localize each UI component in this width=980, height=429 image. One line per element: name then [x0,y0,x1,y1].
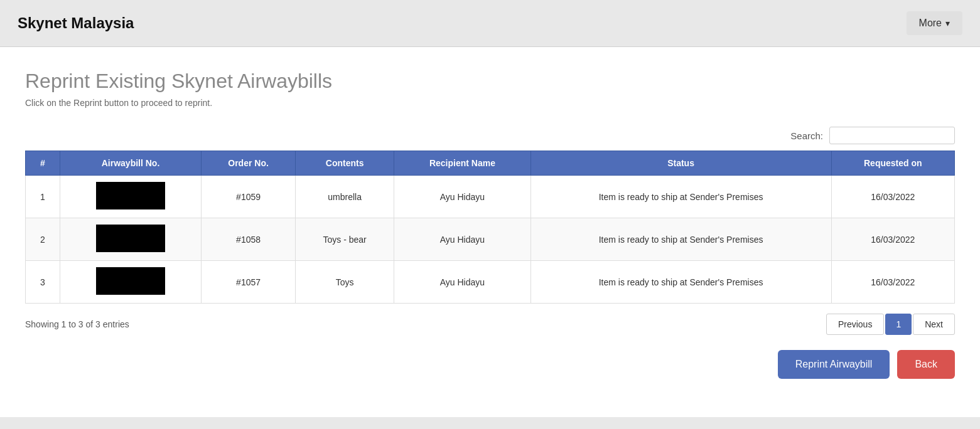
col-index: # [26,151,60,176]
col-contents: Contents [295,151,394,176]
airwaybills-table: # Airwaybill No. Order No. Contents Reci… [25,151,955,304]
pagination: Previous 1 Next [826,314,955,335]
page-1-button[interactable]: 1 [885,314,912,335]
cell-status: Item is ready to ship at Sender's Premis… [530,218,831,261]
page-heading: Reprint Existing Skynet Airwaybills [25,70,955,93]
cell-contents: Toys - bear [295,218,394,261]
table-row: 2 #1058 Toys - bear Ayu Hidayu Item is r… [26,218,955,261]
cell-status: Item is ready to ship at Sender's Premis… [530,261,831,304]
more-label: More [919,18,942,29]
top-bar: Skynet Malaysia More ▾ [0,0,980,47]
cell-airwaybill [60,176,201,218]
cell-order-no: #1059 [202,176,296,218]
reprint-airwaybill-button[interactable]: Reprint Airwaybill [778,350,890,379]
col-recipient: Recipient Name [394,151,530,176]
search-input[interactable] [829,127,955,144]
main-content: Reprint Existing Skynet Airwaybills Clic… [0,47,980,417]
cell-index: 2 [26,218,60,261]
table-footer: Showing 1 to 3 of 3 entries Previous 1 N… [25,314,955,335]
page-subtitle: Click on the Reprint button to proceed t… [25,98,955,108]
cell-airwaybill [60,261,201,304]
previous-button[interactable]: Previous [826,314,884,335]
next-button[interactable]: Next [913,314,955,335]
col-requested-on: Requested on [831,151,954,176]
cell-status: Item is ready to ship at Sender's Premis… [530,176,831,218]
table-header-row: # Airwaybill No. Order No. Contents Reci… [26,151,955,176]
cell-airwaybill [60,218,201,261]
cell-order-no: #1058 [202,218,296,261]
cell-requested-on: 16/03/2022 [831,218,954,261]
cell-requested-on: 16/03/2022 [831,261,954,304]
chevron-down-icon: ▾ [945,18,950,28]
cell-index: 3 [26,261,60,304]
table-row: 1 #1059 umbrella Ayu Hidayu Item is read… [26,176,955,218]
cell-recipient: Ayu Hidayu [394,218,530,261]
showing-text: Showing 1 to 3 of 3 entries [25,319,129,329]
col-airwaybill: Airwaybill No. [60,151,201,176]
cell-index: 1 [26,176,60,218]
search-label: Search: [790,130,823,141]
cell-recipient: Ayu Hidayu [394,261,530,304]
col-status: Status [530,151,831,176]
back-button[interactable]: Back [897,350,955,379]
cell-recipient: Ayu Hidayu [394,176,530,218]
cell-contents: Toys [295,261,394,304]
table-row: 3 #1057 Toys Ayu Hidayu Item is ready to… [26,261,955,304]
cell-contents: umbrella [295,176,394,218]
airwaybill-image [96,182,165,209]
col-order-no: Order No. [202,151,296,176]
action-buttons: Reprint Airwaybill Back [25,350,955,379]
more-button[interactable]: More ▾ [907,11,962,35]
search-row: Search: [25,127,955,144]
cell-order-no: #1057 [202,261,296,304]
app-title: Skynet Malaysia [18,14,134,32]
airwaybill-image [96,225,165,252]
cell-requested-on: 16/03/2022 [831,176,954,218]
airwaybill-image [96,267,165,295]
